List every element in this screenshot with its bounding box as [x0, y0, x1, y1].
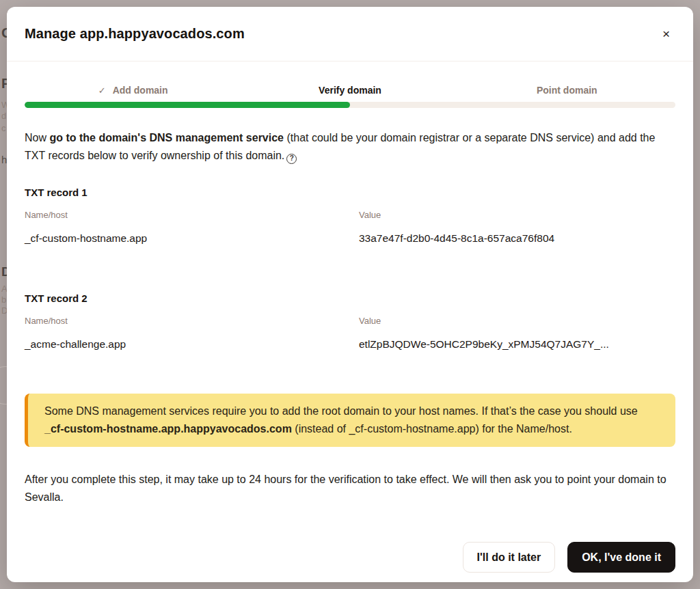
verification-time-note: After you complete this step, it may tak… — [25, 471, 675, 506]
modal-body: ✓ Add domain Verify domain Point domain … — [7, 61, 693, 542]
record-title: TXT record 1 — [25, 187, 675, 198]
backdrop-text-fragment: c — [1, 124, 6, 133]
step-indicator: ✓ Add domain Verify domain Point domain — [25, 85, 675, 96]
modal-header: Manage app.happyavocados.com × — [7, 7, 693, 61]
record-value: etlZpBJQDWe-5OHC2P9beKy_xPMJ54Q7JAG7Y_..… — [359, 338, 675, 351]
callout-bold-hostname: _cf-custom-hostname.app.happyavocados.co… — [44, 423, 292, 435]
backdrop-text-fragment: d — [1, 111, 6, 120]
ok-done-button[interactable]: OK, I've done it — [567, 542, 675, 573]
record-name-host: _cf-custom-hostname.app — [25, 232, 359, 245]
callout-suffix: (instead of _cf-custom-hostname.app) for… — [292, 423, 572, 435]
backdrop-text-fragment: b — [1, 295, 6, 304]
modal-title: Manage app.happyavocados.com — [25, 26, 245, 42]
do-it-later-button[interactable]: I'll do it later — [463, 542, 556, 573]
record-title: TXT record 2 — [25, 292, 675, 304]
step-add-domain: ✓ Add domain — [25, 85, 241, 96]
name-host-label: Name/host — [25, 210, 359, 220]
record-name-host: _acme-challenge.app — [25, 338, 359, 351]
progress-bar-fill — [25, 102, 350, 108]
step-verify-domain: Verify domain — [241, 85, 458, 96]
check-icon: ✓ — [98, 85, 106, 96]
value-label: Value — [359, 316, 675, 326]
step-label: Verify domain — [319, 85, 381, 96]
instructions-text: Now go to the domain's DNS management se… — [25, 129, 675, 165]
dns-root-domain-callout: Some DNS management services require you… — [25, 394, 675, 447]
callout-prefix: Some DNS management services require you… — [44, 405, 638, 417]
txt-record-1: TXT record 1 Name/host Value _cf-custom-… — [25, 187, 675, 245]
progress-bar — [25, 102, 675, 108]
step-label: Point domain — [537, 85, 597, 96]
modal-actions: I'll do it later OK, I've done it — [7, 542, 693, 582]
instructions-prefix: Now — [25, 132, 49, 143]
help-icon[interactable]: ? — [286, 154, 297, 164]
instructions-bold: go to the domain's DNS management servic… — [49, 132, 284, 143]
close-icon[interactable]: × — [657, 25, 675, 43]
record-value: 33a7e47f-d2b0-4d45-8c1a-657aca76f804 — [359, 232, 675, 245]
value-label: Value — [359, 210, 675, 220]
name-host-label: Name/host — [25, 316, 359, 326]
manage-domain-modal: Manage app.happyavocados.com × ✓ Add dom… — [7, 7, 693, 582]
step-point-domain: Point domain — [459, 85, 675, 96]
step-label: Add domain — [113, 85, 168, 96]
txt-record-2: TXT record 2 Name/host Value _acme-chall… — [25, 292, 675, 351]
